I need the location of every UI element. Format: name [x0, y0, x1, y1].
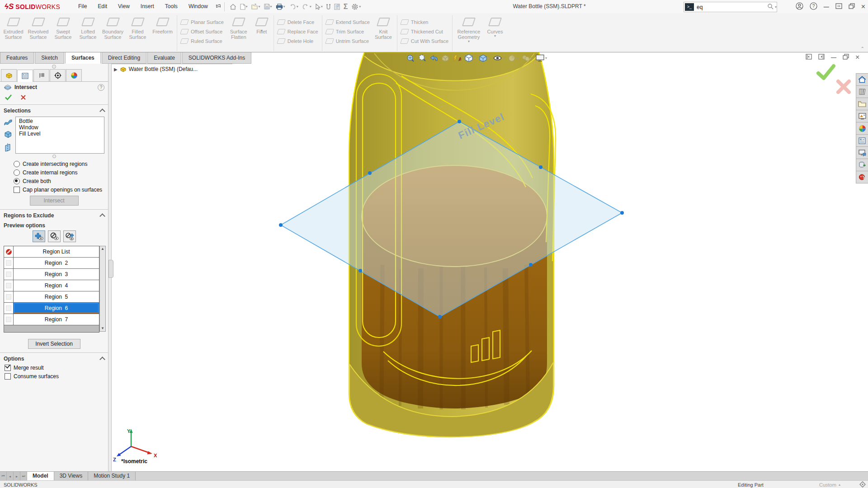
- solidworks-forum-icon[interactable]: [856, 147, 868, 159]
- ok-button[interactable]: [5, 94, 12, 102]
- open-document-icon[interactable]: ▾: [250, 3, 262, 10]
- region-row-selected[interactable]: Region 6: [4, 303, 99, 314]
- region-list-scrollbar[interactable]: ▲ ▼: [99, 246, 106, 332]
- help-icon[interactable]: ?: [810, 2, 817, 11]
- edit-appearance-icon[interactable]: ▾: [508, 54, 518, 62]
- view-settings-icon[interactable]: ▾: [535, 54, 547, 62]
- new-document-icon[interactable]: ▾: [239, 3, 249, 11]
- solidworks-resources-icon[interactable]: [856, 73, 868, 86]
- surface-flatten-button[interactable]: Surface Flatten: [226, 15, 252, 40]
- panel-resize-handle[interactable]: [0, 64, 108, 69]
- equations-icon[interactable]: Σ: [342, 2, 349, 12]
- filled-surface-button[interactable]: Filled Surface: [125, 15, 150, 40]
- curves-button[interactable]: Curves▾: [483, 15, 507, 40]
- selection-list-resize-handle[interactable]: [52, 155, 56, 158]
- magnet-icon[interactable]: [325, 3, 332, 11]
- scroll-first-icon[interactable]: ⏮: [0, 472, 7, 481]
- menu-window[interactable]: Window: [183, 0, 213, 13]
- cancel-button[interactable]: [20, 94, 26, 102]
- doc-restore-button[interactable]: [843, 54, 849, 61]
- region-row[interactable]: Region 2: [4, 258, 99, 269]
- reference-geometry-button[interactable]: Reference Geometry▾: [454, 15, 483, 45]
- apply-scene-icon[interactable]: ▾: [521, 54, 532, 62]
- tab-sketch[interactable]: Sketch: [35, 52, 64, 64]
- options-gear-icon[interactable]: ▾: [350, 2, 362, 11]
- ruled-surface-button[interactable]: Ruled Surface: [179, 36, 226, 46]
- save-icon[interactable]: ▾: [263, 3, 274, 10]
- scroll-prev-icon[interactable]: ◂: [7, 472, 14, 481]
- scroll-next-icon[interactable]: ▸: [14, 472, 20, 481]
- extend-surface-button[interactable]: Extend Surface: [324, 17, 372, 27]
- scroll-up-icon[interactable]: ▲: [101, 246, 104, 252]
- planar-surface-button[interactable]: Planar Surface: [179, 17, 226, 27]
- file-explorer-icon[interactable]: [856, 98, 868, 110]
- menu-tools[interactable]: Tools: [160, 0, 183, 13]
- previous-view-icon[interactable]: [429, 54, 438, 62]
- tab-evaluate[interactable]: Evaluate: [147, 52, 181, 64]
- show-included-and-excluded-button[interactable]: [33, 230, 45, 242]
- reference-geometry-flyout-icon[interactable]: ▾: [468, 39, 470, 44]
- tab-model[interactable]: Model: [27, 472, 54, 481]
- cap-planar-openings-checkbox[interactable]: Cap planar openings on surfaces: [14, 187, 104, 193]
- data-sources-icon[interactable]: [856, 159, 868, 171]
- custom-properties-icon[interactable]: [856, 135, 868, 147]
- appearances-scenes-icon[interactable]: [856, 122, 868, 135]
- selection-item-fill-level[interactable]: Fill Level: [16, 131, 104, 137]
- confirmation-cancel-button[interactable]: [835, 79, 852, 96]
- revolved-surface-button[interactable]: Revolved Surface: [26, 15, 51, 40]
- doc-minimize-button[interactable]: —: [831, 54, 836, 61]
- scroll-down-icon[interactable]: ▼: [101, 326, 104, 331]
- tab-motion-study-1[interactable]: Motion Study 1: [88, 472, 136, 481]
- tab-surfaces[interactable]: Surfaces: [65, 52, 101, 64]
- print-icon[interactable]: ▾: [274, 3, 287, 11]
- region-exclude-cell[interactable]: [4, 303, 14, 314]
- swept-surface-button[interactable]: Swept Surface: [51, 15, 75, 40]
- doc-close-button[interactable]: ×: [855, 53, 859, 61]
- solidworks-settings-icon[interactable]: [856, 171, 868, 183]
- region-row[interactable]: Region 4: [4, 280, 99, 291]
- panel-splitter[interactable]: [108, 64, 112, 471]
- delete-face-button[interactable]: Delete Face: [276, 17, 320, 27]
- custom-dropdown[interactable]: Custom▴: [819, 482, 840, 488]
- tab-features[interactable]: Features: [0, 52, 34, 64]
- tab-property-manager[interactable]: [17, 70, 33, 82]
- breadcrumb-expand-icon[interactable]: ▶: [114, 67, 118, 72]
- scroll-last-icon[interactable]: ⏭: [20, 472, 27, 481]
- undo-icon[interactable]: ▾: [288, 3, 300, 10]
- breadcrumb[interactable]: ▶ Water Bottle (SSM) (Defau...: [114, 66, 198, 72]
- offset-surface-button[interactable]: Offset Surface: [179, 27, 226, 36]
- replace-face-button[interactable]: Replace Face: [276, 27, 320, 36]
- intersect-button[interactable]: Intersect: [30, 196, 79, 206]
- selection-item-window[interactable]: Window: [16, 124, 104, 131]
- untrim-surface-button[interactable]: Untrim Surface: [324, 36, 372, 46]
- redo-icon[interactable]: ▾: [301, 3, 313, 10]
- restore-button[interactable]: [849, 3, 855, 10]
- status-tag-icon[interactable]: [859, 481, 866, 488]
- search-dropdown-icon[interactable]: ▾: [775, 5, 777, 9]
- search-input[interactable]: [696, 4, 767, 11]
- hide-show-items-icon[interactable]: ▾: [493, 55, 505, 61]
- regions-to-exclude-section-header[interactable]: Regions to Exclude: [0, 210, 108, 220]
- options-section-header[interactable]: Options: [0, 353, 108, 363]
- tab-configuration-manager[interactable]: [33, 69, 49, 81]
- consume-surfaces-checkbox[interactable]: Consume surfaces: [5, 373, 104, 380]
- thickened-cut-button[interactable]: Thickened Cut: [399, 27, 450, 36]
- fillet-button[interactable]: Fillet▾: [252, 15, 272, 34]
- search-box[interactable]: >_ ▾: [684, 2, 777, 12]
- merge-result-checkbox[interactable]: Merge result: [5, 365, 104, 371]
- thicken-button[interactable]: Thicken: [399, 17, 450, 27]
- boundary-surface-button[interactable]: Boundary Surface: [100, 15, 125, 40]
- extruded-surface-button[interactable]: Extruded Surface: [1, 15, 26, 40]
- orientation-triad[interactable]: Y X Z: [112, 427, 162, 462]
- tab-3d-views[interactable]: 3D Views: [54, 472, 88, 481]
- zoom-to-area-icon[interactable]: [418, 54, 426, 62]
- invert-selection-button[interactable]: Invert Selection: [28, 339, 80, 349]
- help-icon[interactable]: ?: [98, 84, 104, 91]
- menu-edit[interactable]: Edit: [92, 0, 113, 13]
- menu-view[interactable]: View: [113, 0, 135, 13]
- tab-feature-manager[interactable]: [1, 69, 17, 81]
- pane-left-icon[interactable]: [806, 54, 812, 61]
- selection-item-bottle[interactable]: Bottle: [16, 118, 104, 124]
- knit-surface-button[interactable]: Knit Surface: [372, 15, 395, 40]
- display-style-icon[interactable]: ▾: [479, 54, 490, 62]
